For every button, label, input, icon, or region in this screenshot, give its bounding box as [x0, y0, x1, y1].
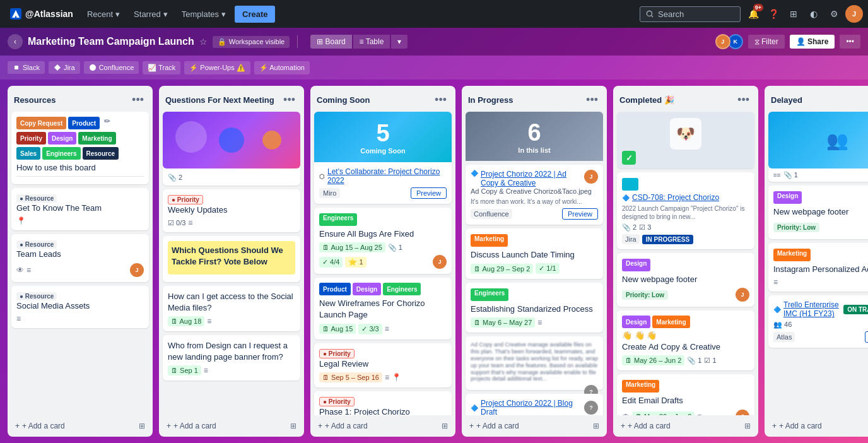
card-cover-delayed[interactable]: 👥 ≡≡ 📎 1	[768, 112, 868, 182]
card-trello-enterprise[interactable]: 🔷 Trello Enterprise IMC (H1 FY23) ON TRA…	[768, 295, 868, 348]
people-count-trello: 👥 46	[773, 321, 792, 329]
card-collaborate[interactable]: 5 Coming Soon ⬡ Let's Collaborate: Proje…	[314, 112, 452, 204]
create-button[interactable]: Create	[235, 6, 275, 23]
user-avatar[interactable]: J	[845, 5, 863, 23]
card-standarized[interactable]: Engineers Establishing Standarized Proce…	[466, 283, 603, 333]
priority-low-badge-d: Priority: Low	[773, 223, 819, 232]
theme-button[interactable]: ◐	[805, 5, 823, 23]
recent-nav[interactable]: Recent ▾	[82, 7, 125, 21]
card-legal[interactable]: ● Priority Legal Review 🗓 Sep 5 – Sep 16…	[314, 343, 452, 387]
col-menu-completed[interactable]: •••	[735, 92, 752, 108]
preview-btn-collaborate[interactable]: Preview	[411, 187, 447, 199]
card-blog-draft[interactable]: 🔷 Project Chorizo 2022 | Blog Draft ?	[466, 394, 603, 415]
confluence-integration[interactable]: Confluence	[84, 61, 139, 74]
jira-integration[interactable]: Jira	[49, 61, 80, 74]
track-integration[interactable]: 📈 Track	[143, 61, 180, 74]
priority-tag-phase1: ● Priority	[319, 397, 355, 406]
list-icon: ≡	[26, 266, 31, 275]
col-header-in-progress: In Progress •••	[462, 86, 607, 112]
label-design: Design	[48, 132, 76, 145]
apps-button[interactable]: ⊞	[785, 5, 802, 23]
more-options-button[interactable]: •••	[840, 35, 860, 49]
edit-icon[interactable]: ✏	[104, 117, 110, 129]
preview-btn-trello[interactable]: Preview	[865, 331, 868, 343]
column-completed: Completed 🎉 ••• ✓ 🐶 🔷 CSD-708: Project C…	[613, 86, 758, 437]
labels-wireframes: Product Design Engineers	[319, 283, 447, 295]
col-menu-resources[interactable]: •••	[129, 92, 146, 108]
col-menu-coming-soon[interactable]: •••	[432, 92, 449, 108]
card-webpage-footer-d[interactable]: Design New webpage footer Priority: Low …	[768, 186, 868, 239]
label-copy-request: Copy Request	[16, 117, 66, 129]
workspace-visibility[interactable]: 🔒 Workspace visible	[213, 36, 290, 48]
label-engineers-bugs: Engineers	[319, 213, 357, 226]
avatar-email: J	[736, 410, 749, 415]
card-email-drafts[interactable]: Marketing Edit Email Drafts 👁 🗓 May 26 –…	[617, 374, 754, 415]
card-blurred[interactable]: Ad Copy and Creative manage available fi…	[466, 336, 603, 390]
card-link-csd[interactable]: CSD-708: Project Chorizo	[632, 193, 719, 202]
add-card-in-progress[interactable]: + + Add a card ⊞	[466, 419, 603, 433]
date-badge-launch: 🗓 Aug 29 – Sep 2	[471, 264, 533, 274]
card-link-collaborate[interactable]: Let's Collaborate: Project Chorizo 2022	[327, 167, 447, 185]
card-webpage-footer-c[interactable]: Design New webpage footer Priority: Low …	[617, 253, 754, 307]
atlassian-logo[interactable]: @Atlassian	[5, 6, 78, 22]
help-button[interactable]: ❓	[765, 5, 782, 23]
preview-btn-ad[interactable]: Preview	[562, 208, 598, 220]
col-menu-questions[interactable]: •••	[281, 92, 298, 108]
templates-nav[interactable]: Templates ▾	[177, 7, 231, 21]
card-title-phase1: Phase 1: Project Chorizo	[319, 406, 447, 415]
filter-button[interactable]: ⧖ Filter	[748, 35, 785, 49]
card-vote-below[interactable]: Which Questions Should We Tackle First? …	[163, 236, 300, 281]
card-social-media[interactable]: ● Resource Social Media Assets ≡	[11, 286, 149, 328]
settings-button[interactable]: ⚙	[825, 5, 843, 23]
card-ad-copy[interactable]: 🔷 Project Chorizo 2022 | Ad Copy & Creat…	[466, 165, 603, 225]
add-card-delayed[interactable]: + + Add a card ⊞	[768, 419, 868, 433]
board-view-button[interactable]: ⊞ Board	[310, 35, 351, 49]
add-card-completed[interactable]: + + Add a card ⊞	[617, 419, 754, 433]
add-card-questions[interactable]: + + Add a card ⊞	[163, 419, 300, 433]
card-team-leads[interactable]: ● Resource Team Leads 👁 ≡ J	[11, 234, 149, 281]
card-cover-completed[interactable]: ✓ 🐶	[617, 112, 754, 168]
card-how-to-use[interactable]: Copy Request Product ✏ Priority Design M…	[11, 112, 149, 184]
starred-nav[interactable]: Starred ▾	[129, 7, 173, 21]
card-link-blog[interactable]: Project Chorizo 2022 | Blog Draft	[481, 399, 582, 415]
card-instagram-ads[interactable]: Marketing Instagram Personalized Ads ≡	[768, 243, 868, 292]
card-link-trello[interactable]: Trello Enterprise IMC (H1 FY23)	[783, 300, 841, 318]
automation-integration[interactable]: ⚡ Automation	[254, 61, 310, 74]
board-back-nav[interactable]: ‹	[8, 34, 23, 49]
search-bar[interactable]: Search	[640, 6, 741, 22]
card-bugs[interactable]: Engineers Ensure All Bugs Are Fixed 🗓 Au…	[314, 208, 452, 274]
board-star-button[interactable]: ☆	[199, 37, 208, 47]
member-avatar-1[interactable]: J	[715, 34, 730, 49]
card-footer-legal: 🗓 Sep 5 – Sep 16 ≡ 📍	[319, 372, 447, 382]
card-weekly-updates[interactable]: ● Priority Weekly Updates ☑ 0/3 ≡	[163, 189, 300, 232]
card-title-row-trello: 🔷 Trello Enterprise IMC (H1 FY23) ON TRA…	[773, 300, 868, 318]
column-coming-soon: Coming Soon ••• 5 Coming Soon ⬡ Let's Co…	[310, 86, 455, 437]
slack-integration[interactable]: Slack	[8, 61, 45, 74]
card-integration-ad: Confluence Preview	[471, 208, 598, 220]
card-csd708[interactable]: 🔷 CSD-708: Project Chorizo 2022 Launch C…	[617, 172, 754, 249]
card-create-ad[interactable]: Design Marketing 👋 👋 👋 Create Ad Copy & …	[617, 310, 754, 370]
card-wireframes[interactable]: Product Design Engineers New Wireframes …	[314, 278, 452, 339]
card-launch-date[interactable]: Marketing Discuss Launch Date Timing 🗓 A…	[466, 228, 603, 279]
list-icon-wf: ≡	[385, 324, 389, 333]
notifications-button[interactable]: 🔔9+	[744, 5, 762, 23]
share-button[interactable]: 👤 Share	[790, 35, 835, 49]
card-clip-count: 📎 2	[163, 168, 300, 186]
card-get-to-know[interactable]: ● Resource Get To Know The Team 📍	[11, 188, 149, 230]
card-phase1[interactable]: ● Priority Phase 1: Project Chorizo 🗓 Au…	[314, 391, 452, 415]
label-design-wf: Design	[353, 283, 381, 295]
card-link-ad[interactable]: Project Chorizo 2022 | Ad Copy & Creativ…	[481, 170, 582, 187]
view-more-button[interactable]: ▾	[391, 35, 408, 49]
col-menu-in-progress[interactable]: •••	[584, 92, 601, 108]
resource-tag-social: ● Resource	[16, 292, 57, 300]
card-banner-request[interactable]: Who from Design can I request a new land…	[163, 335, 300, 381]
label-design-footer-d: Design	[773, 191, 802, 204]
add-card-coming-soon[interactable]: + + Add a card ⊞	[314, 419, 452, 433]
date-badge-email: 🗓 May 26 – Jun 2	[632, 411, 695, 415]
card-cover-q1[interactable]: 📎 2	[163, 112, 300, 186]
add-card-resources[interactable]: + + Add a card ⊞	[11, 419, 149, 433]
card-title-email: Edit Email Drafts	[622, 395, 749, 406]
card-access-social[interactable]: How can I get access to the Social Media…	[163, 286, 300, 331]
table-view-button[interactable]: ≡ Table	[353, 35, 390, 49]
powerups-integration[interactable]: ⚡ Power-Ups ⚠️	[184, 61, 250, 74]
